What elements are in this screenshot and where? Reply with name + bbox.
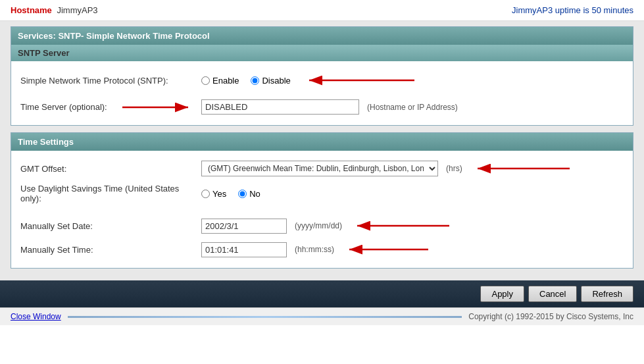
sntp-enable-label[interactable]: Enable [201,76,239,86]
action-bar: Apply Cancel Refresh [0,280,644,307]
hostname-label: Hostname [11,5,52,15]
sntp-disable-label[interactable]: Disable [251,76,290,86]
date-hint: (yyyy/mm/dd) [295,221,342,230]
sntp-protocol-row: Simple Network Time Protocol (SNTP): Ena… [11,61,633,94]
time-server-controls: (Hostname or IP Address) [201,99,458,115]
sntp-section-header: Services: SNTP- Simple Network Time Prot… [11,27,633,45]
refresh-button[interactable]: Refresh [581,286,633,302]
footer-separator [68,316,462,318]
gmt-offset-label: GMT Offset: [20,164,201,174]
gmt-offset-select[interactable]: (GMT) Greenwich Mean Time: Dublin, Edinb… [201,161,438,176]
time-row: Manually Set Time: (hh:mm:ss) [11,238,633,268]
apply-button[interactable]: Apply [480,286,524,302]
time-server-hint: (Hostname or IP Address) [367,103,458,112]
date-label: Manually Set Date: [20,221,201,231]
uptime-display: JimmyAP3 uptime is 50 minutes [512,5,633,15]
hostname-value: JimmyAP3 [57,5,97,15]
time-label: Manually Set Time: [20,245,201,255]
time-controls: (hh:mm:ss) [201,240,435,259]
time-section: Time Settings GMT Offset: (GMT) Greenwic… [11,132,633,269]
time-server-annotation-arrow [116,94,195,120]
date-input[interactable] [201,219,287,234]
dst-no-radio[interactable] [238,190,247,198]
sntp-section: Services: SNTP- Simple Network Time Prot… [11,26,633,126]
gmt-offset-row: GMT Offset: (GMT) Greenwich Mean Time: D… [11,151,633,181]
time-annotation-arrow [343,240,435,259]
sntp-protocol-label: Simple Network Time Protocol (SNTP): [20,76,201,86]
gmt-annotation-arrow [471,159,576,178]
gmt-offset-controls: (GMT) Greenwich Mean Time: Dublin, Edinb… [201,159,576,178]
dst-no-text: No [249,189,260,199]
date-row: Manually Set Date: (yyyy/mm/dd) [11,213,633,238]
cancel-button[interactable]: Cancel [528,286,577,302]
sntp-sub-header: SNTP Server [11,45,633,61]
sntp-protocol-controls: Enable Disable [201,70,421,90]
sntp-enable-text: Enable [212,76,239,86]
gmt-hint: (hrs) [446,164,462,173]
dst-yes-radio[interactable] [201,190,210,198]
dst-label: Use Daylight Savings Time (United States… [20,184,201,203]
sntp-annotation-arrow [303,70,421,90]
dst-yes-label[interactable]: Yes [201,189,226,199]
time-server-row: Time Server (optional): (Hostname or IP … [11,94,633,125]
uptime-text: JimmyAP3 uptime is 50 minutes [512,5,633,15]
time-hint: (hh:mm:ss) [295,245,334,254]
close-window-link[interactable]: Close Window [11,312,61,321]
footer-copyright: Copyright (c) 1992-2015 by Cisco Systems… [468,312,633,321]
hostname-display: Hostname JimmyAP3 [11,5,98,15]
time-section-header: Time Settings [11,133,633,151]
date-annotation-arrow [351,217,456,235]
top-header: Hostname JimmyAP3 JimmyAP3 uptime is 50 … [0,0,644,21]
dst-row: Use Daylight Savings Time (United States… [11,181,633,209]
footer: Close Window Copyright (c) 1992-2015 by … [0,307,644,325]
sntp-enable-radio[interactable] [201,76,210,85]
sntp-disable-text: Disable [262,76,290,86]
dst-yes-text: Yes [212,189,226,199]
date-controls: (yyyy/mm/dd) [201,217,456,235]
sntp-disable-radio[interactable] [251,76,259,85]
dst-no-label[interactable]: No [238,189,260,199]
time-server-input[interactable] [201,99,359,115]
dst-controls: Yes No [201,189,260,199]
time-input[interactable] [201,242,287,257]
